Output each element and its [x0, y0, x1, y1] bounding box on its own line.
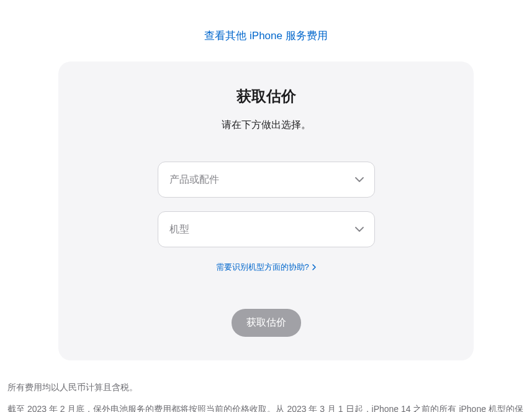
- footer-disclaimer: 所有费用均以人民币计算且含税。 截至 2023 年 2 月底，保外电池服务的费用…: [6, 378, 526, 412]
- footer-line-2-prefix: 截至 2023 年 2 月底，保外电池服务的费用都将按照当前的价格收取。从 20…: [7, 404, 523, 412]
- footer-line-1: 所有费用均以人民币计算且含税。: [7, 378, 525, 397]
- identify-model-help-link[interactable]: 需要识别机型方面的协助?: [216, 262, 317, 272]
- footer-line-2: 截至 2023 年 2 月底，保外电池服务的费用都将按照当前的价格收取。从 20…: [7, 400, 525, 412]
- help-link-label: 需要识别机型方面的协助?: [216, 262, 309, 272]
- help-link-wrapper: 需要识别机型方面的协助?: [89, 261, 443, 273]
- model-select-placeholder: 机型: [169, 223, 189, 236]
- product-select-placeholder: 产品或配件: [169, 173, 219, 186]
- model-select[interactable]: 机型: [158, 211, 375, 247]
- card-subtitle: 请在下方做出选择。: [89, 119, 443, 132]
- product-select-wrapper: 产品或配件: [158, 162, 375, 198]
- card-title: 获取估价: [89, 86, 443, 106]
- view-other-fees-link-wrapper: 查看其他 iPhone 服务费用: [6, 6, 526, 62]
- get-estimate-button[interactable]: 获取估价: [232, 309, 301, 337]
- view-other-fees-link[interactable]: 查看其他 iPhone 服务费用: [204, 30, 327, 42]
- model-select-wrapper: 机型: [158, 211, 375, 247]
- chevron-right-icon: [312, 263, 316, 272]
- product-select[interactable]: 产品或配件: [158, 162, 375, 198]
- estimate-card: 获取估价 请在下方做出选择。 产品或配件 机型 需要识别机型方面的协助?: [58, 62, 474, 360]
